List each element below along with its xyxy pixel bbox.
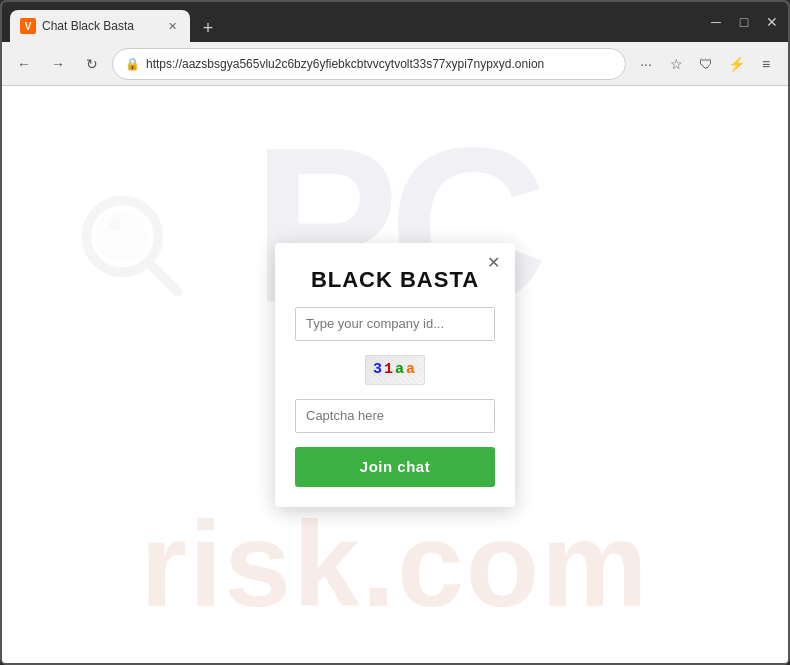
more-options-button[interactable]: ··· [632, 50, 660, 78]
navigation-bar: ← → ↻ 🔒 https://aazsbsgya565vlu2c6bzy6yf… [2, 42, 788, 86]
address-bar[interactable]: 🔒 https://aazsbsgya565vlu2c6bzy6yfiebkcb… [112, 48, 626, 80]
svg-point-0 [86, 200, 158, 272]
svg-point-1 [96, 210, 149, 263]
modal-title: BLACK BASTA [311, 267, 479, 293]
tab-bar: V Chat Black Basta ✕ + [10, 2, 700, 42]
title-bar: V Chat Black Basta ✕ + ─ □ ✕ [2, 2, 788, 42]
tab-title: Chat Black Basta [42, 19, 158, 33]
address-text: https://aazsbsgya565vlu2c6bzy6yfiebkcbtv… [146, 57, 613, 71]
extension-button[interactable]: ⚡ [722, 50, 750, 78]
captcha-input[interactable] [295, 399, 495, 433]
tab-close-button[interactable]: ✕ [164, 18, 180, 34]
shield-button[interactable]: 🛡 [692, 50, 720, 78]
svg-point-2 [109, 218, 121, 230]
svg-line-3 [148, 262, 178, 292]
page-content: PC risk.com ✕ BLACK BASTA 31aa Join chat [2, 86, 788, 663]
new-tab-button[interactable]: + [194, 14, 222, 42]
bookmark-button[interactable]: ☆ [662, 50, 690, 78]
reload-button[interactable]: ↻ [78, 50, 106, 78]
browser-window: V Chat Black Basta ✕ + ─ □ ✕ ← → ↻ 🔒 htt… [0, 0, 790, 665]
security-icon: 🔒 [125, 57, 140, 71]
join-chat-button[interactable]: Join chat [295, 447, 495, 487]
maximize-button[interactable]: □ [736, 14, 752, 30]
watermark-risk-text: risk.com [140, 495, 650, 633]
captcha-image: 31aa [365, 355, 425, 385]
active-tab[interactable]: V Chat Black Basta ✕ [10, 10, 190, 42]
modal-close-button[interactable]: ✕ [483, 253, 503, 273]
company-id-input[interactable] [295, 307, 495, 341]
captcha-display-text: 31aa [373, 361, 417, 378]
window-controls: ─ □ ✕ [700, 14, 780, 30]
tab-favicon: V [20, 18, 36, 34]
minimize-button[interactable]: ─ [708, 14, 724, 30]
login-modal: ✕ BLACK BASTA 31aa Join chat [275, 243, 515, 507]
forward-button[interactable]: → [44, 50, 72, 78]
magnify-icon [72, 186, 192, 306]
nav-action-buttons: ··· ☆ 🛡 ⚡ ≡ [632, 50, 780, 78]
back-button[interactable]: ← [10, 50, 38, 78]
menu-button[interactable]: ≡ [752, 50, 780, 78]
close-window-button[interactable]: ✕ [764, 14, 780, 30]
